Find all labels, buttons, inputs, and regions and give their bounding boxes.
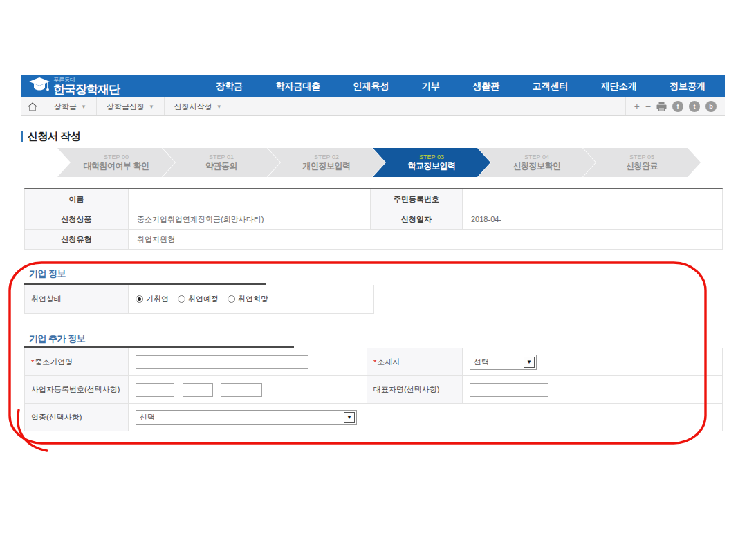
- employment-status-field: 기취업 취업예정 취업희망: [129, 285, 374, 314]
- radio-unselected-icon: [178, 295, 185, 303]
- font-zoom-in-button[interactable]: +: [634, 102, 640, 111]
- radio-employment-scheduled[interactable]: 취업예정: [178, 294, 219, 304]
- home-button[interactable]: [21, 97, 44, 115]
- apply-type-label: 신청유형: [25, 230, 129, 250]
- biz-reg-label: 사업자등록번호(선택사항): [25, 376, 129, 404]
- radio-employment-hoped[interactable]: 취업희망: [228, 294, 268, 304]
- product-value: 중소기업취업연계장학금(희망사다리): [129, 209, 371, 230]
- radio-selected-icon: [136, 295, 143, 303]
- twitter-icon[interactable]: t: [689, 101, 700, 112]
- location-select[interactable]: 선택 ▼: [470, 355, 537, 370]
- name-value: [129, 189, 371, 209]
- nav-item-student-loan[interactable]: 학자금대출: [275, 80, 320, 93]
- sme-name-input[interactable]: [136, 355, 308, 369]
- nav-item-talent[interactable]: 인재육성: [353, 80, 389, 93]
- sme-name-cell: [129, 348, 367, 376]
- breadcrumb-scholarship[interactable]: 장학금 ▼: [44, 97, 97, 115]
- location-cell: 선택 ▼: [463, 348, 723, 376]
- chevron-down-icon: ▼: [216, 104, 222, 110]
- application-summary-table: 이름 주민등록번호 신청상품 중소기업취업연계장학금(희망사다리) 신청일자 2…: [24, 188, 723, 250]
- ceo-name-label: 대표자명(선택사항): [367, 376, 463, 404]
- blog-icon[interactable]: b: [706, 101, 717, 112]
- nav-item-customer-center[interactable]: 고객센터: [532, 80, 568, 93]
- select-arrow-icon: ▼: [344, 412, 355, 423]
- step-indicator: STEP 00 대학참여여부 확인 STEP 01 약관동의 STEP 02 개…: [57, 148, 701, 177]
- nav-item-scholarship[interactable]: 장학금: [216, 80, 243, 93]
- biz-reg-input-1[interactable]: [136, 383, 174, 397]
- chevron-down-icon: ▼: [81, 104, 86, 110]
- company-info-table: 취업상태 기취업 취업예정 취업희망: [24, 285, 374, 314]
- nav-item-dormitory[interactable]: 생활관: [472, 80, 499, 93]
- resident-id-value: [463, 189, 723, 209]
- industry-label: 업종(선택사항): [25, 404, 129, 431]
- nav-item-about[interactable]: 재단소개: [601, 80, 637, 93]
- select-arrow-icon: ▼: [524, 357, 535, 368]
- apply-date-value: 2018-04-: [463, 209, 723, 230]
- company-info-heading: 기업 정보: [29, 268, 66, 280]
- facebook-icon[interactable]: f: [672, 101, 683, 112]
- industry-select[interactable]: 선택 ▼: [136, 410, 357, 425]
- nav-item-donation[interactable]: 기부: [422, 80, 440, 93]
- ceo-name-cell: [463, 376, 723, 404]
- step-03-active: STEP 03 학교정보입력: [373, 148, 490, 177]
- resident-id-label: 주민등록번호: [371, 189, 463, 209]
- step-04: STEP 04 신청정보확인: [478, 148, 596, 177]
- main-menu: 장학금 학자금대출 인재육성 기부 생활관 고객센터 재단소개 정보공개: [167, 80, 725, 93]
- ceo-name-input[interactable]: [470, 383, 548, 397]
- brand-logo[interactable]: 푸른등대 한국장학재단: [21, 77, 167, 95]
- radio-unselected-icon: [228, 295, 235, 303]
- chevron-down-icon: ▼: [149, 104, 154, 110]
- product-label: 신청상품: [25, 209, 129, 230]
- breadcrumb-bar: 장학금 ▼ 장학금신청 ▼ 신청서작성 ▼ + − f t b: [21, 97, 725, 116]
- step-00: STEP 00 대학참여여부 확인: [57, 148, 175, 177]
- sme-name-label: *중소기업명: [25, 348, 129, 376]
- employment-status-radio-group: 기취업 취업예정 취업희망: [136, 294, 268, 304]
- apply-date-label: 신청일자: [371, 209, 463, 230]
- company-extra-heading: 기업 추가 정보: [29, 333, 85, 345]
- application-form-page: 푸른등대 한국장학재단 장학금 학자금대출 인재육성 기부 생활관 고객센터 재…: [0, 0, 747, 560]
- nav-item-disclosure[interactable]: 정보공개: [670, 80, 706, 93]
- page-title: 신청서 작성: [21, 130, 80, 143]
- biz-reg-input-2[interactable]: [183, 383, 213, 397]
- industry-cell: 선택 ▼: [129, 404, 723, 431]
- top-navbar: 푸른등대 한국장학재단 장학금 학자금대출 인재육성 기부 생활관 고객센터 재…: [21, 75, 725, 97]
- page-toolbar: + − f t b: [625, 97, 725, 115]
- print-icon[interactable]: [656, 102, 667, 111]
- step-01: STEP 01 약관동의: [163, 148, 280, 177]
- employment-status-label: 취업상태: [25, 285, 129, 314]
- font-zoom-out-button[interactable]: −: [645, 102, 651, 111]
- name-label: 이름: [25, 189, 129, 209]
- brand-name: 한국장학재단: [53, 84, 120, 95]
- radio-already-employed[interactable]: 기취업: [136, 294, 169, 304]
- biz-reg-cell: - -: [129, 376, 367, 404]
- location-label: *소재지: [367, 348, 463, 376]
- brand-tagline: 푸른등대: [53, 77, 120, 83]
- breadcrumb-application-write[interactable]: 신청서작성 ▼: [165, 97, 232, 115]
- breadcrumb-scholarship-apply[interactable]: 장학금신청 ▼: [97, 97, 165, 115]
- company-extra-table: *중소기업명 *소재지 선택 ▼ 사업자등록번호(선택사항) - - 대표자명(…: [24, 348, 723, 431]
- step-02: STEP 02 개인정보입력: [268, 148, 385, 177]
- home-icon: [28, 102, 37, 111]
- step-05: STEP 05 신청완료: [583, 148, 701, 177]
- apply-type-value: 취업지원형: [129, 230, 723, 250]
- graduation-cap-icon: [29, 77, 50, 93]
- biz-reg-input-3[interactable]: [221, 383, 262, 397]
